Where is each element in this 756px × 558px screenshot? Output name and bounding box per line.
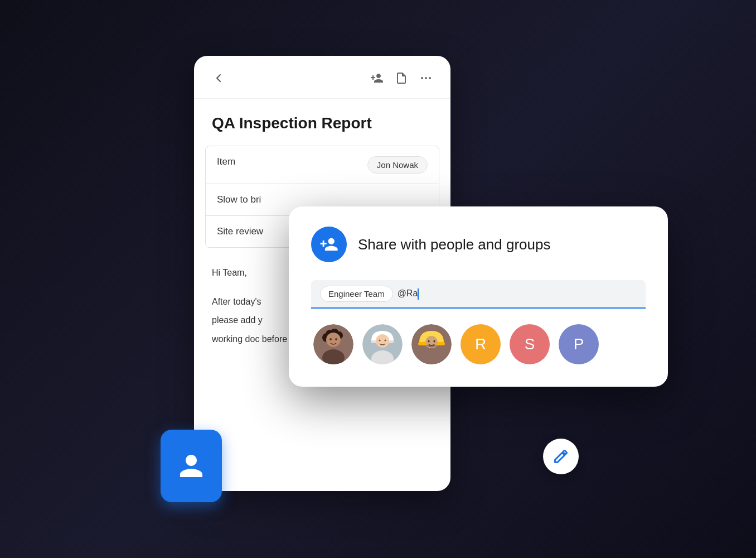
svg-point-12 [335,338,337,340]
svg-point-27 [428,340,430,342]
description-icon[interactable] [395,71,408,87]
jon-badge-cell: Jon Nowak [356,146,439,184]
svg-point-18 [379,340,381,341]
header-icons [370,71,433,87]
svg-point-28 [434,340,435,342]
share-input-area[interactable]: Engineer Team @Ra [311,280,646,309]
avatar-r[interactable]: R [461,324,501,364]
item-cell: Item [206,146,356,184]
avatar-1[interactable] [313,324,353,364]
blue-card [161,430,222,502]
avatar-3[interactable] [411,324,452,364]
person-icon [175,449,208,483]
svg-point-10 [326,333,341,347]
table-row: Item Jon Nowak [206,146,439,184]
share-header: Share with people and groups [311,227,646,262]
svg-point-2 [429,77,431,79]
text-cursor [418,288,419,300]
engineer-team-chip[interactable]: Engineer Team [320,286,393,302]
avatar-s[interactable]: S [510,324,550,364]
svg-point-0 [421,77,423,79]
edit-icon [553,449,569,464]
share-title: Share with people and groups [358,236,550,253]
svg-point-17 [376,334,389,348]
avatar-2[interactable] [362,324,403,364]
person-add-icon [319,235,338,254]
svg-point-11 [329,338,332,340]
avatar-p[interactable]: P [559,324,599,364]
avatars-row: R S P [311,324,646,364]
back-button[interactable] [212,71,225,87]
svg-point-19 [385,340,386,341]
doc-header [194,56,450,99]
doc-title: QA Inspection Report [194,99,450,146]
input-text: @Ra [398,288,419,300]
jon-nowak-badge: Jon Nowak [367,156,428,174]
share-icon-circle [311,227,347,262]
share-dialog: Share with people and groups Engineer Te… [289,206,668,387]
edit-fab[interactable] [543,439,579,474]
add-person-icon[interactable] [370,71,384,87]
more-horiz-icon[interactable] [419,71,433,87]
scene: QA Inspection Report Item Jon Nowak Slow… [127,39,629,519]
svg-point-1 [425,77,427,79]
